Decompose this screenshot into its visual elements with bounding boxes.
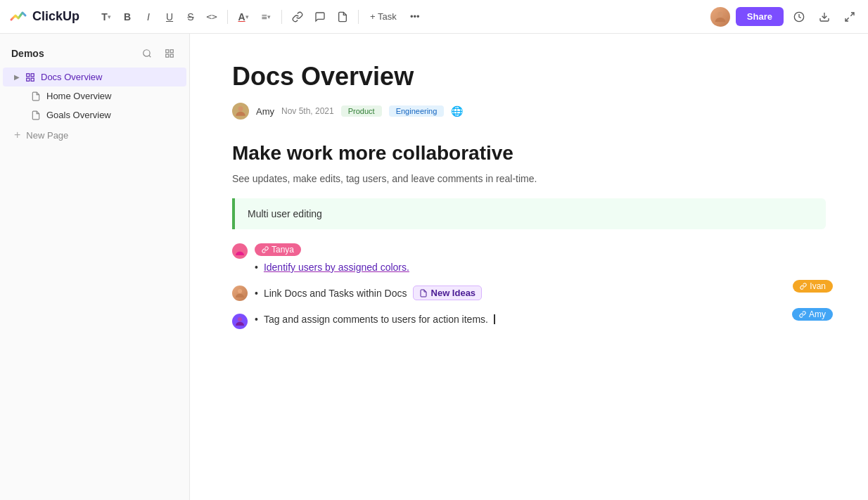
- toolbar-separator-2: [281, 10, 282, 24]
- sidebar-item-label: Goals Overview: [46, 110, 178, 120]
- toolbar: ClickUp T ▾ B I U S <> A ▾ ≡ ▾: [0, 0, 868, 34]
- align-button[interactable]: ≡ ▾: [256, 7, 276, 27]
- user-tag-tanya: Tanya: [255, 243, 301, 256]
- inline-doc-link[interactable]: New Ideas: [413, 286, 483, 300]
- text-cursor: [494, 314, 495, 324]
- text-style-button[interactable]: T ▾: [96, 7, 116, 27]
- new-page-label: New Page: [26, 130, 68, 141]
- expand-button[interactable]: [840, 7, 860, 27]
- more-options-button[interactable]: •••: [405, 7, 425, 27]
- toolbar-right: Share: [710, 7, 860, 27]
- link-icon-amy: [799, 311, 806, 318]
- history-icon: [793, 11, 805, 23]
- link-icon: [292, 11, 303, 23]
- app-name: ClickUp: [32, 9, 79, 24]
- inline-link-label: New Ideas: [431, 288, 476, 298]
- doc-meta: Amy Nov 5th, 2021 Product Engineering 🌐: [232, 103, 826, 120]
- sidebar-item-label: Docs Overview: [41, 72, 178, 82]
- sidebar: Demos ▶ Docs Overview Home Overview Goal…: [0, 34, 190, 500]
- chevron-icon: ▶: [14, 73, 20, 81]
- doc-link-icon: [337, 11, 348, 23]
- svg-line-4: [845, 18, 849, 21]
- bullet-text-prefix-2: Link Docs and Tasks within Docs: [264, 288, 407, 299]
- bullet-text-1: Identify users by assigned colors.: [264, 262, 409, 273]
- layout-icon: [165, 49, 174, 58]
- color-button[interactable]: A ▾: [234, 7, 253, 27]
- link-button[interactable]: [288, 7, 307, 27]
- link-icon-ivan: [800, 283, 807, 290]
- bullet-avatar-3: [232, 314, 248, 329]
- bullet-item-3: • Tag and assign comments to users for a…: [232, 314, 826, 329]
- svg-rect-9: [166, 54, 169, 57]
- new-page-button[interactable]: + New Page: [3, 124, 186, 146]
- user-avatar[interactable]: [710, 7, 730, 27]
- add-task-button[interactable]: + Task: [364, 7, 402, 27]
- svg-point-16: [238, 247, 242, 251]
- main-layout: Demos ▶ Docs Overview Home Overview Goal…: [0, 34, 868, 500]
- app-logo[interactable]: ClickUp: [8, 7, 79, 27]
- bullet-list: Tanya • Identify users by assigned color…: [232, 243, 826, 329]
- doc-icon-1: [31, 91, 41, 101]
- code-button[interactable]: <>: [202, 7, 222, 27]
- bullet-content-1: Tanya • Identify users by assigned color…: [255, 243, 409, 273]
- bold-button[interactable]: B: [117, 7, 137, 27]
- bullet-avatar-1: [232, 243, 248, 259]
- author-name: Amy: [256, 106, 274, 117]
- globe-icon: 🌐: [451, 105, 463, 117]
- doc-icon-2: [31, 110, 41, 120]
- doc-content: Docs Overview Amy Nov 5th, 2021 Product …: [190, 34, 868, 500]
- svg-rect-10: [170, 54, 173, 57]
- bullet-item-2: • Link Docs and Tasks within Docs New Id…: [232, 286, 826, 301]
- toolbar-separator-1: [227, 10, 228, 24]
- author-avatar-img: [234, 104, 248, 118]
- link-icon-small: [262, 246, 269, 253]
- logo-icon: [8, 7, 28, 27]
- user-tag-amy: Amy: [792, 308, 833, 321]
- expand-icon: [844, 11, 855, 23]
- bullet-item-1: Tanya • Identify users by assigned color…: [232, 243, 826, 273]
- sidebar-item-label: Home Overview: [46, 91, 178, 101]
- tag-engineering[interactable]: Engineering: [389, 105, 445, 117]
- blockquote-text: Multi user editing: [248, 208, 322, 219]
- search-icon: [142, 49, 152, 58]
- doc-title: Docs Overview: [232, 62, 826, 91]
- grid-icon: [25, 72, 35, 82]
- text-format-group: T ▾ B I U S <>: [96, 7, 222, 27]
- underline-button[interactable]: U: [160, 7, 179, 27]
- section-subtext: See updates, make edits, tag users, and …: [232, 173, 826, 184]
- svg-rect-14: [31, 78, 34, 81]
- sidebar-title: Demos: [11, 48, 133, 59]
- blockquote: Multi user editing: [232, 198, 826, 229]
- italic-button[interactable]: I: [139, 7, 158, 27]
- toolbar-separator-3: [358, 10, 359, 24]
- comment-button[interactable]: [310, 7, 330, 27]
- section-heading: Make work more collaborative: [232, 142, 826, 165]
- strikethrough-button[interactable]: S: [181, 7, 200, 27]
- svg-point-17: [238, 289, 242, 293]
- svg-point-0: [717, 11, 722, 16]
- svg-rect-7: [166, 50, 169, 53]
- history-button[interactable]: [789, 7, 809, 27]
- floating-tag-ivan: Ivan: [793, 280, 833, 294]
- bullet-content-2: • Link Docs and Tasks within Docs New Id…: [255, 286, 482, 300]
- floating-tag-amy: Amy: [792, 308, 833, 322]
- download-icon: [819, 11, 830, 23]
- avatar-image: [713, 9, 728, 25]
- sidebar-item-goals-overview[interactable]: Goals Overview: [3, 105, 186, 124]
- doc-date: Nov 5th, 2021: [281, 106, 334, 116]
- sidebar-search-button[interactable]: [139, 45, 155, 62]
- user-tag-ivan: Ivan: [793, 280, 833, 293]
- sidebar-item-home-overview[interactable]: Home Overview: [3, 86, 186, 105]
- svg-point-15: [238, 106, 243, 111]
- share-button[interactable]: Share: [736, 7, 784, 26]
- doc-link-button[interactable]: [333, 7, 352, 27]
- download-button[interactable]: [815, 7, 834, 27]
- svg-line-6: [149, 56, 151, 58]
- sidebar-layout-button[interactable]: [161, 45, 178, 62]
- tag-product[interactable]: Product: [341, 105, 382, 117]
- sidebar-item-docs-overview[interactable]: ▶ Docs Overview: [3, 68, 186, 86]
- bullet-text-3: Tag and assign comments to users for act…: [264, 314, 488, 325]
- svg-rect-12: [31, 73, 34, 76]
- svg-line-3: [850, 13, 854, 16]
- svg-point-18: [238, 317, 242, 321]
